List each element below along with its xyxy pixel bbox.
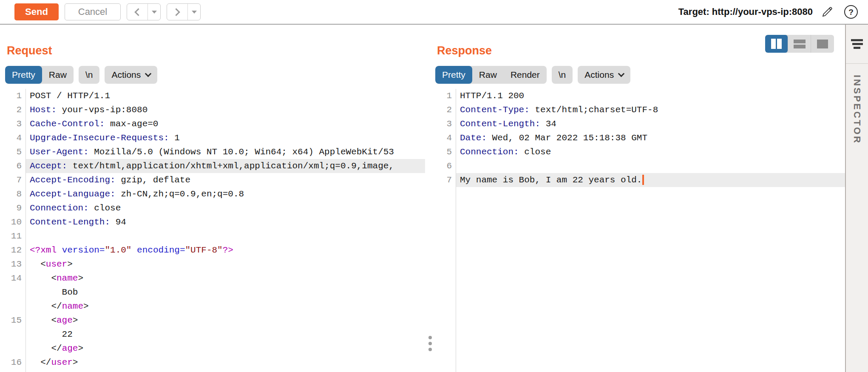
editor-line[interactable]: 9Connection: close [5, 201, 425, 215]
code-text[interactable]: Host: your-vps-ip:8080 [26, 103, 425, 117]
code-text[interactable]: <?xml version="1.0" encoding="UTF-8"?> [26, 243, 425, 257]
request-tabs: PrettyRaw\nActions [5, 66, 425, 84]
editor-line[interactable]: 11 [5, 229, 425, 243]
editor-line[interactable]: </age> [5, 341, 425, 355]
line-number [5, 299, 26, 313]
line-number: 5 [435, 145, 456, 159]
code-text[interactable]: Date: Wed, 02 Mar 2022 15:18:38 GMT [456, 131, 845, 145]
request-editor[interactable]: 1POST / HTTP/1.12Host: your-vps-ip:80803… [5, 89, 425, 372]
tab-pretty[interactable]: Pretty [5, 66, 42, 84]
code-text[interactable]: Connection: close [456, 145, 845, 159]
editor-line[interactable]: 6 [435, 159, 845, 173]
code-text[interactable]: Upgrade-Insecure-Requests: 1 [26, 131, 425, 145]
code-text[interactable]: Accept-Encoding: gzip, deflate [26, 173, 425, 187]
code-text[interactable]: HTTP/1.1 200 [456, 89, 845, 103]
layout-buttons [765, 35, 834, 53]
edit-target-button[interactable] [819, 5, 836, 19]
next-request-dropdown[interactable] [187, 4, 200, 20]
svg-text:?: ? [848, 8, 854, 17]
single-layout-button[interactable] [811, 35, 834, 53]
editor-line[interactable]: 12<?xml version="1.0" encoding="UTF-8"?> [5, 243, 425, 257]
code-text[interactable]: Bob [26, 285, 425, 299]
tab-actions[interactable]: Actions [578, 66, 630, 84]
code-text[interactable]: </name> [26, 299, 425, 313]
tab-pretty[interactable]: Pretty [435, 66, 472, 84]
code-text[interactable]: 22 [26, 327, 425, 341]
line-number: 3 [5, 117, 26, 131]
editor-line[interactable]: 8Accept-Language: zh-CN,zh;q=0.9,en;q=0.… [5, 187, 425, 201]
previous-request-dropdown[interactable] [148, 4, 160, 20]
code-text[interactable]: </age> [26, 341, 425, 355]
editor-line[interactable]: 3Content-Length: 34 [435, 117, 845, 131]
code-text[interactable]: Content-Type: text/html;charset=UTF-8 [456, 103, 845, 117]
response-tabs: PrettyRawRender\nActions [435, 66, 845, 84]
editor-line[interactable]: 4Date: Wed, 02 Mar 2022 15:18:38 GMT [435, 131, 845, 145]
request-panel-title: Request [7, 44, 52, 57]
code-text[interactable]: User-Agent: Mozilla/5.0 (Windows NT 10.0… [26, 145, 425, 159]
code-text[interactable] [26, 229, 425, 243]
tab-group: PrettyRaw [5, 66, 74, 84]
line-number: 9 [5, 201, 26, 215]
line-number: 11 [5, 229, 26, 243]
chevron-right-icon [172, 8, 180, 16]
code-text[interactable]: POST / HTTP/1.1 [26, 89, 425, 103]
editor-line[interactable]: 7My name is Bob, I am 22 years old. [435, 173, 845, 187]
editor-line[interactable]: 1HTTP/1.1 200 [435, 89, 845, 103]
tab-newline[interactable]: \n [79, 66, 100, 84]
line-number: 6 [435, 159, 456, 173]
code-text[interactable]: <name> [26, 271, 425, 285]
code-text[interactable]: </user> [26, 355, 425, 369]
line-number: 4 [435, 131, 456, 145]
chevron-down-icon [618, 71, 625, 77]
tab-raw[interactable]: Raw [42, 66, 74, 84]
code-text[interactable]: Accept: text/html,application/xhtml+xml,… [26, 159, 425, 173]
code-text[interactable] [456, 159, 845, 173]
code-text[interactable]: Accept-Language: zh-CN,zh;q=0.9,en;q=0.8 [26, 187, 425, 201]
code-text[interactable]: <user> [26, 257, 425, 271]
single-layout-icon [817, 40, 828, 48]
line-number [5, 341, 26, 355]
code-text[interactable]: Connection: close [26, 201, 425, 215]
editor-line[interactable]: 2Content-Type: text/html;charset=UTF-8 [435, 103, 845, 117]
splitter-dot-icon [428, 342, 432, 345]
tab-render[interactable]: Render [504, 66, 547, 84]
editor-line[interactable]: 1POST / HTTP/1.1 [5, 89, 425, 103]
columns-layout-button[interactable] [765, 35, 788, 53]
editor-line[interactable]: 6Accept: text/html,application/xhtml+xml… [5, 159, 425, 173]
editor-line[interactable]: 22 [5, 327, 425, 341]
editor-line[interactable]: 15 <age> [5, 313, 425, 327]
help-button[interactable]: ? [842, 4, 860, 20]
editor-line[interactable]: 7Accept-Encoding: gzip, deflate [5, 173, 425, 187]
previous-request-button[interactable] [127, 4, 148, 20]
code-text[interactable]: <age> [26, 313, 425, 327]
line-number: 13 [5, 257, 26, 271]
rows-layout-button[interactable] [788, 35, 811, 53]
editor-line[interactable]: </name> [5, 299, 425, 313]
code-text[interactable]: My name is Bob, I am 22 years old. [456, 173, 845, 187]
editor-line[interactable]: 5User-Agent: Mozilla/5.0 (Windows NT 10.… [5, 145, 425, 159]
editor-line[interactable]: 3Cache-Control: max-age=0 [5, 117, 425, 131]
code-text[interactable]: Content-Length: 94 [26, 215, 425, 229]
editor-line[interactable]: 4Upgrade-Insecure-Requests: 1 [5, 131, 425, 145]
tab-actions[interactable]: Actions [105, 66, 157, 84]
cancel-button[interactable]: Cancel [65, 3, 121, 20]
editor-line[interactable]: 2Host: your-vps-ip:8080 [5, 103, 425, 117]
send-button[interactable]: Send [14, 3, 59, 20]
dropdown-arrow-icon [152, 11, 157, 14]
inspector-label[interactable]: INSPECTOR [851, 75, 862, 145]
code-text[interactable]: Content-Length: 34 [456, 117, 845, 131]
line-number: 15 [5, 313, 26, 327]
editor-line[interactable]: 5Connection: close [435, 145, 845, 159]
editor-line[interactable]: 16 </user> [5, 355, 425, 369]
code-text[interactable]: Cache-Control: max-age=0 [26, 117, 425, 131]
editor-line[interactable]: 14 <name> [5, 271, 425, 285]
editor-line[interactable]: 13 <user> [5, 257, 425, 271]
response-editor[interactable]: 1HTTP/1.1 2002Content-Type: text/html;ch… [435, 89, 845, 372]
tab-newline[interactable]: \n [552, 66, 573, 84]
splitter-handle[interactable] [428, 336, 432, 351]
tab-raw[interactable]: Raw [472, 66, 504, 84]
editor-line[interactable]: Bob [5, 285, 425, 299]
inspector-toggle-button[interactable] [846, 25, 868, 64]
editor-line[interactable]: 10Content-Length: 94 [5, 215, 425, 229]
next-request-button[interactable] [167, 4, 187, 20]
